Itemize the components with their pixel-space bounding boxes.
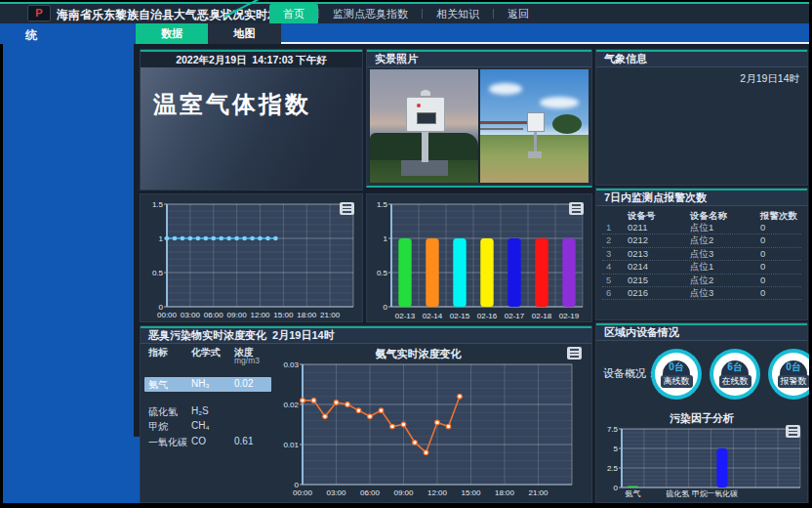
table-cell: 一氧化碳 — [148, 436, 187, 449]
svg-text:06:00: 06:00 — [204, 311, 224, 319]
ghg-index-chart-panel: 00.511.500:0003:0006:0009:0012:0015:0018… — [140, 193, 363, 322]
greenhouse-index-panel: 2022年2月19日 14:17:03 下午好 温室气体指数 — [140, 49, 363, 190]
badge-count: 0台 — [786, 360, 801, 374]
pollution-factors-title: 污染因子分析 — [596, 411, 807, 426]
table-cell: 点位3 — [690, 287, 713, 300]
pollutant-row[interactable]: 甲烷CH₄ — [144, 419, 271, 434]
tab-data[interactable]: 数据 — [136, 23, 208, 44]
badge-label: 报警数 — [778, 375, 810, 388]
svg-text:09:00: 09:00 — [393, 488, 414, 497]
photo-fence-rail — [480, 128, 523, 130]
table-cell: 0 — [760, 275, 765, 285]
svg-text:00:00: 00:00 — [293, 488, 313, 497]
odor-panel-title: 恶臭污染物实时浓度变化 2月19日14时 — [141, 326, 591, 344]
window-edge-bottom — [0, 503, 812, 508]
table-cell: 1 — [606, 222, 611, 233]
svg-text:1.5: 1.5 — [152, 200, 164, 209]
svg-text:7.5: 7.5 — [607, 425, 619, 434]
region-panel: 区域内设备情况 设备概况： 0台离线数6台在线数0台报警数 污染因子分析 02.… — [595, 322, 808, 503]
badge-label: 在线数 — [719, 375, 751, 388]
pollutant-row[interactable]: 氨气NH₃0.02 — [144, 377, 271, 392]
weather-time: 2月19日14时 — [740, 72, 799, 86]
menu-icon[interactable] — [340, 202, 354, 215]
table-row: 50215点位20 — [602, 275, 801, 287]
device-count-badge: 0台报警数 — [768, 349, 812, 400]
svg-text:02-17: 02-17 — [505, 312, 525, 320]
svg-text:0: 0 — [614, 484, 619, 492]
svg-text:0.01: 0.01 — [283, 441, 299, 449]
table-cell: 0 — [760, 261, 765, 272]
table-cell: 氨气 — [148, 378, 168, 392]
svg-text:06:00: 06:00 — [360, 488, 381, 497]
table-row: 10211点位10 — [602, 222, 801, 234]
nav-item-odor-index[interactable]: 监测点恶臭指数 — [319, 5, 422, 23]
app-title: 海南省乐东黎族自治县大气恶臭状况实时发布系 — [57, 7, 303, 23]
site-photo-2 — [480, 69, 589, 183]
column-indicator: 指标 — [148, 346, 168, 360]
table-cell: 点位2 — [690, 234, 713, 247]
region-panel-title: 区域内设备情况 — [596, 323, 807, 341]
monitoring-device — [406, 97, 445, 132]
svg-text:09:00: 09:00 — [227, 311, 248, 319]
menu-icon[interactable] — [569, 202, 584, 215]
concentration-unit: mg/m3 — [234, 356, 260, 365]
table-row: 20212点位20 — [602, 234, 801, 247]
nav-item-knowledge[interactable]: 相关知识 — [423, 5, 493, 23]
table-cell: 4 — [606, 261, 611, 272]
photo-tree — [552, 114, 582, 134]
svg-text:02-18: 02-18 — [532, 312, 552, 320]
svg-text:15:00: 15:00 — [461, 488, 481, 497]
table-cell: 0.61 — [234, 436, 253, 446]
table-cell: 点位1 — [690, 222, 713, 234]
table-cell: 0213 — [628, 248, 648, 259]
odor-panel: 恶臭污染物实时浓度变化 2月19日14时 指标 化学式 浓度 mg/m3 氨气N… — [140, 325, 592, 503]
column-formula: 化学式 — [191, 346, 221, 360]
tab-map[interactable]: 地图 — [208, 23, 281, 44]
table-cell: H₂S — [191, 405, 209, 416]
pollutant-row[interactable]: 一氧化碳CO0.61 — [144, 435, 271, 449]
svg-text:18:00: 18:00 — [297, 311, 317, 319]
cloud — [540, 97, 579, 108]
svg-text:02-13: 02-13 — [395, 312, 416, 320]
table-cell: 甲烷 — [148, 420, 168, 434]
table-cell: 点位1 — [690, 261, 713, 274]
device-count-badge: 6台在线数 — [710, 349, 760, 400]
nh3-trend-chart: 00.010.020.0300:0003:0006:0009:0012:0015… — [273, 359, 588, 503]
device-led — [417, 104, 421, 107]
greenhouse-banner: 温室气体指数 — [141, 67, 362, 190]
svg-text:硫化氢: 硫化氢 — [666, 489, 689, 498]
nav-item-back[interactable]: 返回 — [494, 5, 543, 23]
datetime-bar: 2022年2月19日 14:17:03 下午好 — [141, 50, 362, 67]
svg-text:02-16: 02-16 — [477, 312, 498, 320]
table-cell: 2 — [606, 234, 611, 245]
table-cell: 0.02 — [234, 378, 253, 389]
table-cell: 点位3 — [690, 248, 713, 261]
table-cell: CO — [191, 436, 206, 446]
menu-icon[interactable] — [567, 347, 582, 360]
site-photo-1 — [370, 69, 478, 183]
weather-panel: 气象信息 2月19日14时 — [595, 49, 808, 186]
app-logo: P — [27, 5, 51, 21]
table-cell: 0 — [760, 234, 765, 245]
background-window-left — [0, 44, 134, 503]
svg-text:1: 1 — [384, 234, 388, 243]
menu-icon[interactable] — [786, 425, 800, 438]
svg-text:12:00: 12:00 — [427, 488, 448, 497]
pollution-factors-chart: 02.557.5氨气硫化氢甲烷一氧化碳 — [598, 425, 806, 503]
alarms-panel-title: 7日内监测点报警次数 — [596, 189, 807, 206]
device-antenna — [421, 90, 430, 96]
monitoring-device — [527, 112, 545, 132]
table-cell: 0215 — [628, 275, 648, 285]
table-cell: 6 — [606, 287, 611, 298]
nav-item-home[interactable]: 首页 — [269, 4, 318, 24]
photos-panel: 实景照片 — [366, 49, 592, 188]
device-base — [528, 151, 542, 158]
svg-text:03:00: 03:00 — [326, 488, 346, 497]
badge-label: 离线数 — [661, 375, 693, 388]
svg-text:18:00: 18:00 — [495, 488, 515, 497]
pollutant-row[interactable]: 硫化氢H₂S — [144, 404, 271, 419]
ghg-index-chart: 00.511.500:0003:0006:0009:0012:0015:0018… — [142, 195, 362, 325]
svg-text:00:00: 00:00 — [157, 311, 178, 319]
main-nav: 首页 监测点恶臭指数 相关知识 返回 — [269, 4, 543, 23]
table-cell: 0 — [760, 222, 765, 233]
